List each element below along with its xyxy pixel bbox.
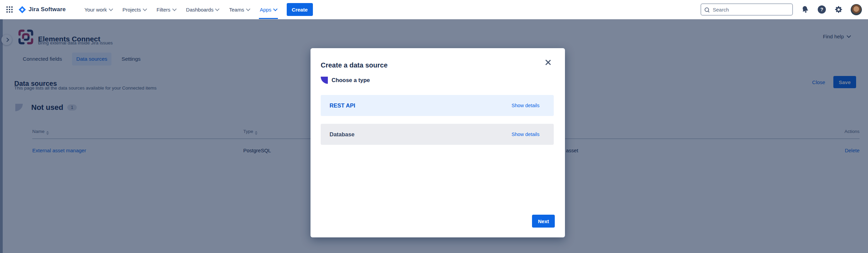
nav-item-dashboards[interactable]: Dashboards	[181, 0, 224, 19]
nav-right-cluster: ?	[701, 3, 868, 16]
nav-item-your-work[interactable]: Your work	[79, 0, 117, 19]
next-button[interactable]: Next	[532, 215, 555, 228]
help-button[interactable]: ?	[817, 5, 826, 14]
show-details-link[interactable]: Show details	[512, 132, 539, 137]
global-search[interactable]	[701, 3, 793, 16]
nav-left-cluster: Jira Software Your work Projects Filters…	[0, 0, 313, 19]
jira-logo[interactable]: Jira Software	[18, 6, 66, 14]
nav-item-label: Dashboards	[186, 7, 214, 13]
question-mark-icon: ?	[818, 5, 826, 14]
chevron-down-icon	[172, 7, 177, 11]
show-details-link[interactable]: Show details	[512, 103, 539, 108]
settings-button[interactable]	[834, 5, 843, 14]
top-navigation-bar: Jira Software Your work Projects Filters…	[0, 0, 868, 19]
option-database[interactable]: Database Show details	[321, 124, 554, 145]
chevron-down-icon	[109, 7, 113, 11]
chevron-down-icon	[246, 7, 250, 11]
bell-icon	[800, 4, 810, 14]
gear-icon	[834, 5, 843, 14]
modal-title: Create a data source	[321, 61, 388, 69]
nav-item-apps[interactable]: Apps	[255, 0, 282, 19]
chevron-down-icon	[143, 7, 147, 11]
search-input[interactable]	[712, 6, 789, 13]
nav-item-filters[interactable]: Filters	[152, 0, 181, 19]
primary-nav: Your work Projects Filters Dashboards Te…	[79, 0, 282, 19]
nav-item-teams[interactable]: Teams	[224, 0, 254, 19]
option-label: REST API	[330, 102, 355, 109]
chevron-down-icon	[273, 7, 278, 11]
user-avatar[interactable]	[851, 4, 862, 15]
close-icon[interactable]	[545, 59, 551, 66]
nav-item-label: Projects	[123, 7, 141, 13]
step-quarter-icon	[321, 77, 328, 84]
chevron-down-icon	[215, 7, 220, 11]
step-label: Choose a type	[332, 77, 370, 83]
nav-item-projects[interactable]: Projects	[118, 0, 152, 19]
nav-item-label: Your work	[84, 7, 107, 13]
nav-item-label: Filters	[157, 7, 171, 13]
nav-item-label: Apps	[260, 7, 271, 13]
nav-item-label: Teams	[229, 7, 244, 13]
search-icon	[705, 7, 709, 12]
create-data-source-modal: Create a data source Choose a type REST …	[311, 48, 565, 237]
jira-diamond-icon	[18, 6, 26, 14]
create-button[interactable]: Create	[287, 3, 313, 16]
product-name: Jira Software	[29, 6, 66, 13]
app-switcher-icon[interactable]	[5, 5, 14, 14]
notifications-button[interactable]	[801, 5, 810, 14]
choose-type-step: Choose a type	[321, 77, 370, 84]
grid-icon	[6, 6, 13, 13]
option-label: Database	[330, 131, 354, 138]
option-rest-api[interactable]: REST API Show details	[321, 95, 554, 116]
